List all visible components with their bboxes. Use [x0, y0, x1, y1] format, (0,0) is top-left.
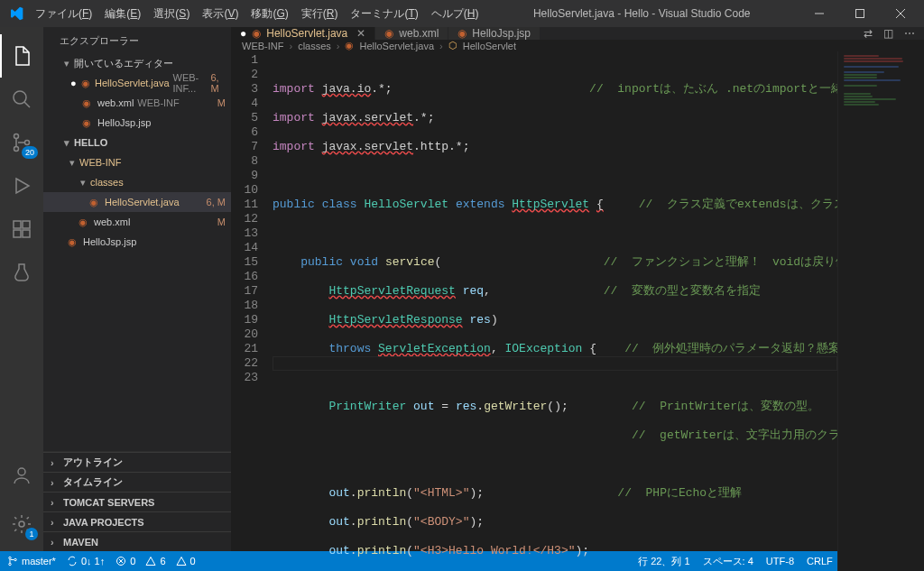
svg-point-8	[25, 141, 30, 145]
panel-section[interactable]: ›MAVEN	[43, 531, 231, 551]
panel-section[interactable]: ›TOMCAT SERVERS	[43, 492, 231, 511]
more-actions-icon[interactable]: ⋯	[904, 27, 915, 40]
minimap[interactable]	[837, 51, 924, 571]
menu-items: ファイル(F)編集(E)選択(S)表示(V)移動(G)実行(R)ターミナル(T)…	[29, 0, 485, 27]
editor-group: ●◉HelloServlet.java✕◉web.xml◉HelloJsp.js…	[231, 27, 924, 551]
menu-f[interactable]: ファイル(F)	[29, 0, 98, 27]
branch-status[interactable]: master*	[7, 556, 56, 566]
svg-point-16	[9, 563, 12, 566]
svg-point-13	[18, 468, 25, 475]
open-editor-item[interactable]: ◉HelloJsp.jsp	[43, 113, 231, 133]
svg-rect-11	[23, 230, 30, 237]
menu-t[interactable]: ターミナル(T)	[344, 0, 424, 27]
menubar: ファイル(F)編集(E)選択(S)表示(V)移動(G)実行(R)ターミナル(T)…	[0, 0, 924, 27]
code-content[interactable]: import java.io.*; // inportは、たぶん .netのim…	[273, 51, 837, 571]
workspace-section[interactable]: ▾HELLO	[43, 133, 231, 152]
breadcrumb-item[interactable]: HelloServlet	[463, 41, 516, 51]
breadcrumb-item[interactable]: classes	[298, 41, 331, 51]
svg-rect-10	[14, 230, 21, 237]
search-icon[interactable]	[0, 78, 43, 121]
folder-item[interactable]: ▾WEB-INF	[43, 152, 231, 172]
sidebar: エクスプローラー ▾開いているエディター ●◉HelloServlet.java…	[43, 27, 231, 551]
activity-bar: 20 1	[0, 27, 43, 551]
java-file-icon: ◉	[345, 40, 354, 51]
svg-point-4	[14, 91, 26, 104]
explorer-tree: ▾開いているエディター ●◉HelloServlet.javaWEB-INF..…	[43, 53, 231, 451]
file-item[interactable]: ◉web.xmlM	[43, 212, 231, 232]
class-icon: ⬡	[448, 40, 457, 51]
split-editor-icon[interactable]: ◫	[883, 27, 893, 40]
file-item[interactable]: ◉HelloServlet.java6, M	[43, 192, 231, 212]
menu-r[interactable]: 実行(R)	[295, 0, 345, 27]
svg-point-15	[9, 557, 12, 559]
svg-point-6	[14, 134, 19, 139]
open-editors-section[interactable]: ▾開いているエディター	[43, 53, 231, 73]
open-editor-item[interactable]: ◉web.xmlWEB-INFM	[43, 93, 231, 113]
source-control-icon[interactable]: 20	[0, 121, 43, 164]
menu-v[interactable]: 表示(V)	[196, 0, 245, 27]
close-icon[interactable]: ✕	[356, 27, 365, 40]
minimize-button[interactable]	[799, 0, 839, 27]
svg-point-17	[14, 558, 17, 561]
editor-tab[interactable]: ●◉HelloServlet.java✕	[231, 27, 375, 40]
close-button[interactable]	[880, 0, 920, 27]
xml-file-icon: ◉	[384, 27, 393, 40]
jsp-file-icon: ◉	[457, 27, 467, 40]
explorer-icon[interactable]	[0, 34, 43, 78]
svg-rect-1	[855, 10, 864, 18]
svg-line-5	[24, 102, 30, 107]
menu-s[interactable]: 選択(S)	[147, 0, 196, 27]
settings-badge: 1	[25, 528, 38, 540]
window-title: HelloServlet.java - Hello - Visual Studi…	[485, 7, 799, 20]
open-editors-label: 開いているエディター	[74, 57, 173, 70]
panel-section[interactable]: ›アウトライン	[43, 452, 231, 472]
compare-changes-icon[interactable]: ⇄	[864, 27, 873, 40]
open-editor-item[interactable]: ●◉HelloServlet.javaWEB-INF...6, M	[43, 73, 231, 93]
editor-tabs: ●◉HelloServlet.java✕◉web.xml◉HelloJsp.js…	[231, 27, 924, 40]
svg-rect-12	[23, 221, 30, 228]
breadcrumb[interactable]: WEB-INF› classes› ◉HelloServlet.java› ⬡H…	[231, 40, 924, 51]
breadcrumb-item[interactable]: HelloServlet.java	[359, 41, 434, 51]
svg-point-14	[19, 521, 24, 527]
vscode-logo-icon	[4, 6, 29, 21]
run-debug-icon[interactable]	[0, 164, 43, 207]
line-number-gutter: 1234567891011121314151617181920212223	[231, 51, 273, 571]
breadcrumb-item[interactable]: WEB-INF	[242, 41, 283, 51]
panel-section[interactable]: ›JAVA PROJECTS	[43, 511, 231, 531]
accounts-icon[interactable]	[0, 454, 43, 497]
svg-rect-9	[14, 221, 21, 228]
menu-e[interactable]: 編集(E)	[98, 0, 147, 27]
menu-g[interactable]: 移動(G)	[245, 0, 294, 27]
scm-badge: 20	[22, 146, 38, 159]
testing-icon[interactable]	[0, 251, 43, 294]
sidebar-title: エクスプローラー	[43, 27, 231, 53]
workspace-name: HELLO	[74, 137, 107, 148]
extensions-icon[interactable]	[0, 207, 43, 251]
main-area: 20 1 エクスプローラー ▾開いているエディター ●◉HelloServlet…	[0, 27, 924, 551]
editor-tab[interactable]: ◉HelloJsp.jsp	[448, 27, 541, 40]
maximize-button[interactable]	[839, 0, 880, 27]
panel-section[interactable]: ›タイムライン	[43, 472, 231, 492]
java-file-icon: ◉	[252, 27, 261, 40]
settings-gear-icon[interactable]: 1	[0, 502, 43, 546]
svg-point-7	[14, 147, 19, 152]
editor-tab[interactable]: ◉web.xml	[375, 27, 448, 40]
folder-item[interactable]: ▾classes	[43, 172, 231, 192]
code-editor[interactable]: 1234567891011121314151617181920212223 im…	[231, 51, 924, 571]
file-item[interactable]: ◉HelloJsp.jsp	[43, 232, 231, 252]
menu-h[interactable]: ヘルプ(H)	[425, 0, 485, 27]
problems-status[interactable]: 0 6 0	[116, 556, 196, 566]
window-controls	[799, 0, 920, 27]
sync-status[interactable]: 0↓ 1↑	[67, 556, 105, 566]
